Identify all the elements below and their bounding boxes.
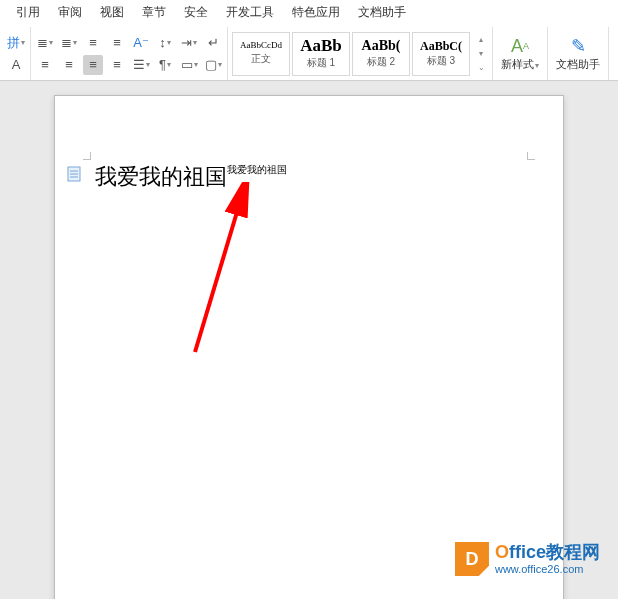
watermark-badge: D [455, 542, 489, 576]
bullets-icon[interactable]: ≣ [35, 33, 55, 53]
menu-features[interactable]: 特色应用 [292, 4, 340, 21]
phonetic-guide-icon[interactable]: 拼 [6, 33, 26, 53]
document-workspace: 我爱我的祖国我爱我的祖国 D Office教程网 www.office26.co… [0, 81, 618, 599]
line-spacing-icon[interactable]: ↕ [155, 33, 175, 53]
margin-mark-tl [83, 152, 91, 160]
margin-mark-tr [527, 152, 535, 160]
page-icon [67, 166, 81, 182]
superscript-text: 我爱我的祖国 [227, 164, 287, 175]
doc-assistant-button[interactable]: ✎ 文档助手 [548, 27, 609, 80]
shading-icon[interactable]: ▭ [179, 55, 199, 75]
text-effects-icon[interactable]: A⁻ [131, 33, 151, 53]
distribute-icon[interactable]: ☰ [131, 55, 151, 75]
increase-indent-icon[interactable]: ≡ [107, 33, 127, 53]
style-heading2[interactable]: AaBb( 标题 2 [352, 32, 410, 76]
style-heading1[interactable]: AaBb 标题 1 [292, 32, 350, 76]
style-heading3[interactable]: AaBbC( 标题 3 [412, 32, 470, 76]
ribbon-toolbar: 拼 A ≣ ≣ ≡ ≡ A⁻ ↕ ⇥ ↵ ≡ ≡ ≡ ≡ ☰ ¶ ▭ ▢ A [0, 25, 618, 81]
watermark-text: Office教程网 www.office26.com [495, 543, 600, 575]
menu-devtools[interactable]: 开发工具 [226, 4, 274, 21]
new-style-button[interactable]: AA 新样式 [493, 27, 548, 80]
new-style-icon: AA [511, 35, 529, 57]
menu-bar: 引用 审阅 视图 章节 安全 开发工具 特色应用 文档助手 [0, 0, 618, 25]
align-right-icon[interactable]: ≡ [83, 55, 103, 75]
char-border-icon[interactable]: A [6, 55, 26, 75]
styles-gallery: AaBbCcDd 正文 AaBb 标题 1 AaBb( 标题 2 AaBbC( … [228, 27, 493, 80]
annotation-arrow [185, 182, 275, 362]
tab-settings-icon[interactable]: ⇥ [179, 33, 199, 53]
doc-assistant-label: 文档助手 [556, 57, 600, 72]
align-left-icon[interactable]: ≡ [35, 55, 55, 75]
align-justify-icon[interactable]: ≡ [107, 55, 127, 75]
decrease-indent-icon[interactable]: ≡ [83, 33, 103, 53]
watermark: D Office教程网 www.office26.com [455, 542, 600, 576]
menu-assistant[interactable]: 文档助手 [358, 4, 406, 21]
document-page[interactable]: 我爱我的祖国我爱我的祖国 [54, 95, 564, 599]
paragraph-group: ≣ ≣ ≡ ≡ A⁻ ↕ ⇥ ↵ ≡ ≡ ≡ ≡ ☰ ¶ ▭ ▢ [31, 27, 228, 80]
svg-line-5 [195, 192, 243, 352]
menu-references[interactable]: 引用 [16, 4, 40, 21]
watermark-url: www.office26.com [495, 563, 600, 575]
show-marks-icon[interactable]: ↵ [203, 33, 223, 53]
menu-view[interactable]: 视图 [100, 4, 124, 21]
main-text: 我爱我的祖国 [95, 164, 227, 189]
styles-down-icon[interactable]: ▾ [474, 47, 488, 61]
borders-icon[interactable]: ▢ [203, 55, 223, 75]
watermark-line1-rest: ffice教程网 [509, 542, 600, 562]
paragraph-settings-icon[interactable]: ¶ [155, 55, 175, 75]
styles-more-icon[interactable]: ⌄ [474, 61, 488, 75]
styles-up-icon[interactable]: ▴ [474, 33, 488, 47]
menu-review[interactable]: 审阅 [58, 4, 82, 21]
document-text-line[interactable]: 我爱我的祖国我爱我的祖国 [95, 162, 287, 192]
style-normal[interactable]: AaBbCcDd 正文 [232, 32, 290, 76]
phonetic-group: 拼 A [2, 27, 31, 80]
new-style-label: 新样式 [501, 57, 539, 72]
align-center-icon[interactable]: ≡ [59, 55, 79, 75]
menu-security[interactable]: 安全 [184, 4, 208, 21]
menu-chapter[interactable]: 章节 [142, 4, 166, 21]
numbering-icon[interactable]: ≣ [59, 33, 79, 53]
styles-scroll: ▴ ▾ ⌄ [474, 33, 488, 75]
doc-assistant-icon: ✎ [571, 35, 586, 57]
watermark-line1-first: O [495, 542, 509, 562]
